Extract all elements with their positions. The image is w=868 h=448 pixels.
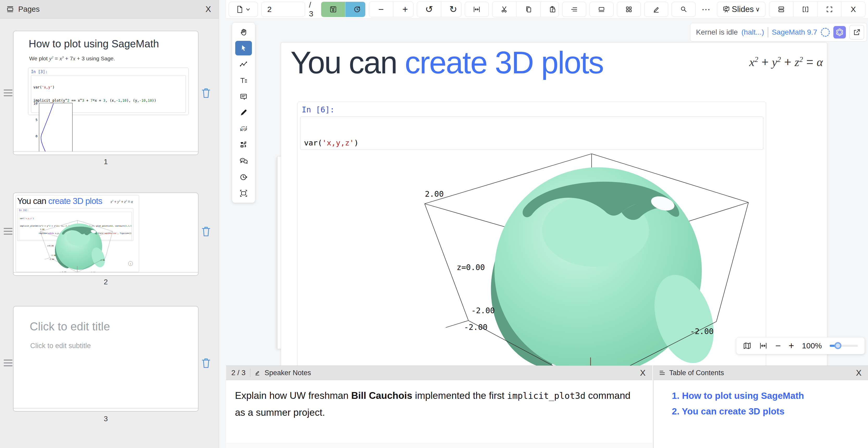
code-input[interactable]: var('x,y,z') implicit_plot3d((x^2 + y^2 … [300,116,763,150]
page1-cell-prompt: In [3]: [31,69,186,74]
presentation-icon [722,5,730,13]
toc-item-2[interactable]: 2. You can create 3D plots [672,406,868,416]
text-tool-button[interactable] [235,73,252,88]
chevron-down-icon [245,6,251,12]
zoom-out-button[interactable]: − [775,340,781,351]
pen-tool-button[interactable] [235,105,252,120]
pages-header: Pages X [0,0,219,19]
frame-underline-button[interactable] [590,2,614,17]
page-number-input[interactable] [261,2,305,17]
pages-title: Pages [18,5,40,13]
svg-text:10: 10 [33,101,37,105]
cell-prompt: In [6]: [302,105,335,114]
page2-info-icon[interactable]: i [128,261,133,266]
zoom-toolbar: − + 100% [736,337,865,354]
pages-icon [6,5,14,13]
slide-title[interactable]: You can create 3D plots [290,44,603,80]
fullscreen-button[interactable] [817,2,841,17]
comments-tool-button[interactable] [235,154,252,168]
table-of-contents-panel: Table of Contents X 1. How to plot using… [653,366,868,448]
toc-close-button[interactable]: X [855,368,863,378]
undo-button[interactable]: ↺ [417,2,441,17]
close-deck-button[interactable]: X [841,2,865,17]
page2-thumbnail[interactable]: You can create 3D plots x2 + y2 + z2 = α… [13,193,198,276]
split-horizontal-button[interactable] [769,2,793,17]
page2-title: You can create 3D plots [17,196,102,206]
page2-drag-handle[interactable] [4,228,12,235]
sagemath-logo-icon [833,26,846,38]
edit-notes-icon [254,370,261,376]
svg-text:0: 0 [35,134,37,138]
page3-title-placeholder: Click to edit title [30,320,110,333]
zoom-out-button[interactable]: − [369,2,393,17]
media-tool-button[interactable] [235,138,252,152]
connector-tool-button[interactable] [235,57,252,72]
toc-title: Table of Contents [669,369,724,377]
search-button[interactable] [672,2,695,17]
paste-button[interactable] [540,2,559,17]
minimap-button[interactable] [743,342,751,350]
tool-palette: ipynb [232,22,255,203]
slides-mode-button[interactable]: Slides ∨ [717,2,765,17]
zoom-slider[interactable] [830,345,858,347]
redo-button[interactable]: ↻ [441,2,461,17]
page1-delete-button[interactable] [201,88,211,99]
edit-button[interactable] [644,2,668,17]
kernel-status-bar: Kernel is idle (halt...) SageMath 9.7 [690,23,867,42]
page1-subtitle: We plot y2 = x3 + 7x + 3 using Sage. [29,55,115,62]
page-total-label: / 3 [309,1,317,18]
page3-delete-button[interactable] [201,357,211,369]
open-external-button[interactable] [849,25,864,39]
fit-width-button[interactable] [759,342,768,350]
speaker-notes-header: 2 / 3 Speaker Notes X [226,366,652,380]
zoom-in-button[interactable]: + [393,2,413,17]
speaker-notes-close-button[interactable]: X [639,368,647,378]
layout-grid-button[interactable] [617,2,641,17]
note-tool-button[interactable] [235,89,252,104]
notes-page-indicator: 2 / 3 [231,369,250,377]
3d-plot-output[interactable] [401,152,771,366]
page1-drag-handle[interactable] [4,90,12,96]
slide-canvas[interactable]: You can create 3D plots x2 + y2 + z2 = α… [226,19,868,366]
pages-close-button[interactable]: X [204,4,213,14]
toc-icon [659,370,665,376]
speaker-notes-title: Speaker Notes [265,369,311,377]
kernel-halt-link[interactable]: (halt...) [741,28,764,36]
history-button[interactable] [345,2,366,17]
split-vertical-button[interactable] [793,2,817,17]
top-toolbar: / 3 − + ↺ ↻ [226,0,868,19]
pan-tool-button[interactable] [235,25,252,39]
toc-item-1[interactable]: 1. How to plot using SageMath [672,390,868,401]
svg-text:5: 5 [35,118,37,122]
page2-3d-plot [35,220,118,274]
select-tool-button[interactable] [235,41,252,56]
page2-number: 2 [13,278,198,286]
zoom-in-button[interactable]: + [788,340,794,351]
align-lines-button[interactable] [562,2,586,17]
page1-thumbnail[interactable]: How to plot using SageMath We plot y2 = … [13,31,198,155]
overflow-menu-button[interactable]: ⋯ [699,2,714,17]
chevron-down-icon: ∨ [755,6,760,13]
divider [768,27,768,37]
page3-thumbnail[interactable]: Click to edit title Click to edit subtit… [13,306,198,412]
page3-drag-handle[interactable] [4,359,12,366]
kernel-busy-indicator-icon [821,28,830,37]
page1-number: 1 [13,158,198,166]
fit-width-button[interactable] [465,2,489,17]
new-page-button[interactable] [229,2,258,17]
cut-button[interactable] [492,2,516,17]
kernel-name[interactable]: SageMath 9.7 [772,28,817,36]
ipynb-cell-tool-button[interactable]: ipynb [235,122,252,136]
toc-header: Table of Contents X [654,366,868,380]
pages-sidebar: Pages X How to plot using SageMath We pl… [0,0,219,448]
speaker-notes-text[interactable]: Explain how UW freshman Bill Cauchois im… [226,380,640,428]
page3-number: 3 [13,415,198,423]
timer-tool-button[interactable] [235,170,252,184]
page2-delete-button[interactable] [201,226,211,237]
notes-scrollbar[interactable] [226,443,652,448]
current-slide[interactable]: You can create 3D plots x2 + y2 + z2 = α… [281,42,827,366]
select-region-tool-button[interactable] [235,186,252,201]
save-button[interactable] [321,2,345,17]
copy-button[interactable] [516,2,540,17]
page2-formula: x2 + y2 + z2 = α [111,199,133,204]
